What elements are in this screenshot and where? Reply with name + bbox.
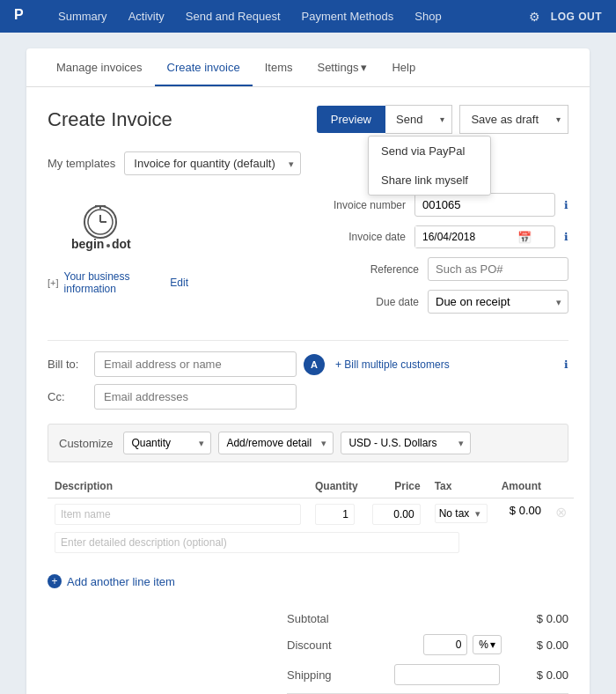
quantity-select[interactable]: Quantity Hours Amount bbox=[123, 432, 211, 454]
reference-row: Reference bbox=[206, 257, 568, 281]
discount-controls: % ▾ $ 0.00 bbox=[423, 634, 568, 655]
invoice-number-row: Invoice number ℹ bbox=[206, 193, 568, 217]
cc-row: Cc: bbox=[48, 384, 568, 410]
item-quantity-input[interactable] bbox=[315, 504, 355, 525]
col-quantity: Quantity bbox=[308, 475, 365, 498]
invoice-number-input[interactable] bbox=[414, 193, 555, 217]
invoice-date-input-wrapper: 📅 bbox=[414, 225, 555, 248]
settings-icon[interactable]: ⚙ bbox=[529, 10, 540, 24]
svg-text:P: P bbox=[14, 7, 24, 22]
table-row: No tax 10% 15% 20% $ 0.00 ⊗ bbox=[48, 498, 574, 531]
reference-input[interactable] bbox=[428, 257, 568, 281]
nav-summary[interactable]: Summary bbox=[49, 3, 116, 30]
company-logo: begin dot bbox=[52, 197, 158, 259]
save-draft-button[interactable]: Save as draft bbox=[459, 105, 549, 134]
share-link-option[interactable]: Share link myself bbox=[369, 166, 490, 195]
nav-shop[interactable]: Shop bbox=[406, 3, 450, 30]
shipping-input[interactable] bbox=[394, 664, 500, 685]
item-description-row bbox=[48, 530, 574, 558]
discount-row: Discount % ▾ $ 0.00 bbox=[287, 630, 568, 660]
edit-business-link[interactable]: Edit bbox=[170, 277, 188, 289]
add-remove-detail-select[interactable]: Add/remove detail bbox=[218, 432, 334, 454]
item-qty-cell bbox=[308, 498, 365, 531]
shipping-controls: $ 0.00 bbox=[394, 664, 568, 685]
discount-amount-input[interactable] bbox=[423, 634, 467, 655]
nav-send-request[interactable]: Send and Request bbox=[177, 3, 290, 30]
currency-select[interactable]: USD - U.S. Dollars EUR - Euros GBP - Bri… bbox=[341, 432, 471, 454]
table-header-row: Description Quantity Price Tax Amount bbox=[48, 475, 574, 498]
avatar: A bbox=[304, 354, 325, 375]
invoice-date-row: Invoice date 📅 ℹ bbox=[206, 225, 568, 248]
tab-help[interactable]: Help bbox=[379, 50, 428, 86]
page-title: Create Invoice bbox=[48, 108, 172, 131]
nav-right: ⚙ LOG OUT bbox=[529, 10, 602, 24]
subtotal-row: Subtotal $ 0.00 bbox=[287, 608, 568, 630]
invoice-number-label: Invoice number bbox=[326, 199, 406, 211]
totals-section: Subtotal $ 0.00 Discount % ▾ $ 0.00 bbox=[48, 608, 568, 694]
send-dropdown-arrow[interactable]: ▾ bbox=[433, 105, 452, 134]
preview-button[interactable]: Preview bbox=[317, 106, 385, 133]
calendar-icon[interactable]: 📅 bbox=[512, 227, 537, 247]
col-amount: Amount bbox=[495, 475, 548, 498]
tax-select[interactable]: No tax 10% 15% 20% bbox=[435, 504, 488, 523]
add-item-label: Add another line item bbox=[67, 575, 175, 588]
shipping-row: Shipping $ 0.00 bbox=[287, 660, 568, 690]
due-date-select[interactable]: Due on receipt Net 15 Net 30 bbox=[428, 290, 568, 314]
item-description-cell bbox=[48, 530, 574, 558]
templates-label: My templates bbox=[48, 157, 115, 170]
svg-point-8 bbox=[106, 244, 110, 247]
tax-select-outer: No tax 10% 15% 20% bbox=[435, 504, 488, 523]
svg-text:begin: begin bbox=[71, 237, 104, 251]
business-info-label: Your business information bbox=[64, 270, 165, 295]
item-price-input[interactable] bbox=[372, 504, 421, 525]
send-dropdown-menu: Send via PayPal Share link myself bbox=[368, 136, 491, 196]
bill-to-info-icon[interactable]: ℹ bbox=[564, 358, 568, 371]
item-description-input[interactable] bbox=[55, 532, 459, 553]
item-remove-cell: ⊗ bbox=[548, 498, 574, 531]
logout-button[interactable]: LOG OUT bbox=[551, 11, 602, 23]
cc-input[interactable] bbox=[94, 384, 297, 410]
shipping-label: Shipping bbox=[287, 668, 332, 682]
send-via-paypal-option[interactable]: Send via PayPal bbox=[369, 137, 490, 166]
customize-label: Customize bbox=[59, 437, 113, 450]
invoice-fields: Invoice number ℹ Invoice date 📅 ℹ Refere… bbox=[206, 193, 568, 322]
quantity-select-wrapper: Quantity Hours Amount bbox=[123, 432, 211, 454]
item-name-input[interactable] bbox=[55, 504, 301, 525]
remove-item-button[interactable]: ⊗ bbox=[555, 504, 567, 520]
shipping-value: $ 0.00 bbox=[507, 668, 568, 682]
col-actions bbox=[548, 475, 574, 498]
save-draft-button-group: Save as draft ▾ bbox=[456, 105, 568, 134]
item-price-cell bbox=[365, 498, 428, 531]
discount-type-select[interactable]: % ▾ bbox=[473, 635, 502, 654]
sub-navigation: Manage invoices Create invoice Items Set… bbox=[26, 48, 590, 87]
svg-text:dot: dot bbox=[112, 237, 131, 251]
page-content: Create Invoice Preview Send ▾ Send via P… bbox=[26, 87, 590, 694]
header-actions: Preview Send ▾ Send via PayPal Share lin… bbox=[317, 105, 568, 134]
page-header: Create Invoice Preview Send ▾ Send via P… bbox=[48, 105, 568, 134]
send-button[interactable]: Send bbox=[385, 105, 433, 134]
bill-to-input[interactable] bbox=[94, 351, 297, 377]
tab-settings[interactable]: Settings ▾ bbox=[304, 50, 379, 86]
settings-chevron-icon: ▾ bbox=[361, 61, 367, 74]
bill-multiple-link[interactable]: + Bill multiple customers bbox=[335, 358, 450, 371]
templates-select[interactable]: Invoice for quantity (default)Invoice fo… bbox=[124, 151, 301, 175]
nav-activity[interactable]: Activity bbox=[120, 3, 173, 30]
invoice-number-info-icon[interactable]: ℹ bbox=[564, 199, 568, 211]
add-remove-detail-wrapper: Add/remove detail bbox=[218, 432, 334, 454]
tab-items[interactable]: Items bbox=[253, 50, 305, 86]
expand-icon: [+] bbox=[48, 277, 59, 288]
subtotal-value: $ 0.00 bbox=[507, 612, 568, 625]
nav-payment-methods[interactable]: Payment Methods bbox=[293, 3, 403, 30]
invoice-date-info-icon[interactable]: ℹ bbox=[564, 231, 568, 243]
tab-create-invoice[interactable]: Create invoice bbox=[155, 50, 253, 86]
tab-manage-invoices[interactable]: Manage invoices bbox=[44, 50, 155, 86]
add-line-item-row[interactable]: + Add another line item bbox=[48, 567, 568, 595]
paypal-logo: P bbox=[14, 5, 32, 27]
business-info-row[interactable]: [+] Your business information Edit bbox=[48, 270, 188, 295]
due-date-label: Due date bbox=[340, 296, 419, 308]
send-button-group: Send ▾ bbox=[385, 105, 452, 134]
save-draft-dropdown-arrow[interactable]: ▾ bbox=[549, 105, 568, 134]
invoice-date-input[interactable] bbox=[415, 226, 512, 247]
customize-bar: Customize Quantity Hours Amount Add/remo… bbox=[48, 424, 568, 462]
bill-to-row: Bill to: A + Bill multiple customers ℹ bbox=[48, 351, 568, 377]
